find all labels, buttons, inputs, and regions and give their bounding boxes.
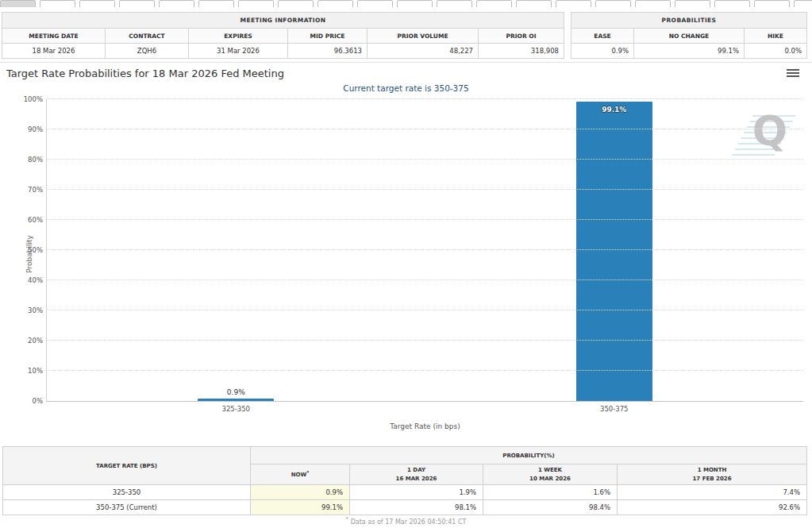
x-axis-title: Target Rate (in bps) [47, 422, 803, 430]
table-row: 325-350 0.9% 1.9% 1.6% 7.4% [3, 485, 807, 500]
meeting-tab-0[interactable] [0, 0, 36, 7]
top-tab-strip [0, 0, 812, 7]
contract-header: CONTRACT [106, 29, 189, 44]
y-axis-tick: 80% [3, 156, 43, 164]
prior-volume-header: PRIOR VOLUME [368, 29, 479, 44]
gridline-40% [47, 279, 803, 280]
target-rate-bps-header: TARGET RATE (BPS) [3, 447, 251, 485]
meeting-tab-16[interactable] [635, 0, 671, 7]
chart-subtitle: Current target rate is 350-375 [0, 83, 812, 93]
no-change-value: 99.1% [634, 44, 745, 59]
meeting-tab-19[interactable] [754, 0, 790, 7]
one-week-probability-cell: 1.6% [483, 485, 618, 500]
y-axis-tick: 30% [3, 306, 43, 314]
meeting-tab-6[interactable] [238, 0, 274, 7]
y-axis-tick: 50% [3, 246, 43, 254]
one-week-probability-cell: 98.4% [483, 500, 618, 515]
gridline-90% [47, 129, 803, 129]
prior-oi-value: 318,908 [479, 44, 564, 59]
prior-volume-value: 48,227 [368, 44, 479, 59]
meeting-information-table: MEETING INFORMATION MEETING DATE CONTRAC… [2, 12, 564, 59]
category-slot-350-375: 99.1% [425, 99, 804, 401]
meeting-tab-5[interactable] [198, 0, 234, 7]
y-axis-tick: 10% [3, 367, 43, 375]
fedwatch-chart: Target Rate Probabilities for 18 Mar 202… [0, 62, 812, 438]
expires-value: 31 Mar 2026 [189, 44, 288, 59]
meeting-tab-18[interactable] [714, 0, 750, 7]
now-probability-cell: 99.1% [251, 500, 350, 515]
gridline-30% [47, 310, 803, 310]
bar-350-375[interactable] [576, 102, 652, 401]
probabilities-summary-table: PROBABILITIES EASE NO CHANGE HIKE 0.9% 9… [571, 12, 807, 59]
x-tick-350-375: 350-375 [425, 405, 804, 413]
meeting-information-title: MEETING INFORMATION [2, 13, 564, 29]
hike-value: 0.0% [745, 44, 807, 59]
table-row: 350-375 (Current) 99.1% 98.1% 98.4% 92.6… [3, 500, 807, 515]
mid-price-header: MID PRICE [288, 29, 368, 44]
y-axis-title: Probability [25, 235, 33, 273]
one-month-probability-cell: 7.4% [618, 485, 807, 500]
chart-plot-area: Probability 0.9% 99.1% Q 325-350 350-375… [46, 99, 803, 402]
one-day-column-header: 1 DAY16 MAR 2026 [350, 464, 483, 485]
probability-pct-header: PROBABILITY(%) [251, 447, 807, 464]
ease-header: EASE [571, 29, 634, 44]
meeting-tab-11[interactable] [437, 0, 472, 7]
y-axis-tick: 0% [3, 397, 43, 405]
category-slot-325-350: 0.9% [47, 99, 425, 401]
target-rate-cell: 350-375 (Current) [3, 500, 251, 515]
probabilities-title: PROBABILITIES [571, 13, 807, 29]
meeting-date-value: 18 Mar 2026 [2, 44, 106, 59]
one-week-column-header: 1 WEEK10 MAR 2026 [483, 464, 618, 485]
meeting-tab-17[interactable] [675, 0, 710, 7]
meeting-tab-4[interactable] [159, 0, 194, 7]
prior-oi-header: PRIOR OI [479, 29, 564, 44]
x-tick-325-350: 325-350 [47, 405, 425, 413]
hike-header: HIKE [745, 29, 807, 44]
meeting-tab-3[interactable] [119, 0, 155, 7]
y-axis-tick: 20% [3, 337, 43, 345]
meeting-tab-13[interactable] [516, 0, 552, 7]
meeting-tab-2[interactable] [79, 0, 115, 7]
gridline-100% [47, 98, 803, 99]
probability-history-table: TARGET RATE (BPS) PROBABILITY(%) NOW* 1 … [2, 446, 807, 515]
chart-title: Target Rate Probabilities for 18 Mar 202… [6, 67, 284, 79]
expires-header: EXPIRES [189, 29, 288, 44]
bar-value-label: 0.9% [227, 388, 245, 396]
y-axis-tick: 90% [3, 125, 43, 133]
target-rate-cell: 325-350 [3, 485, 251, 500]
gridline-60% [47, 219, 803, 220]
mid-price-value: 96.3613 [288, 44, 368, 59]
one-day-probability-cell: 98.1% [350, 500, 483, 515]
meeting-date-header: MEETING DATE [2, 29, 106, 44]
meeting-tab-15[interactable] [595, 0, 631, 7]
meeting-tab-10[interactable] [397, 0, 433, 7]
meeting-tab-14[interactable] [556, 0, 591, 7]
data-as-of-footnote: * Data as of 17 Mar 2026 04:50:41 CT [0, 516, 812, 526]
y-axis-tick: 40% [3, 276, 43, 284]
one-day-probability-cell: 1.9% [350, 485, 483, 500]
meeting-tab-8[interactable] [317, 0, 353, 7]
ease-value: 0.9% [571, 44, 634, 59]
gridline-80% [47, 159, 803, 160]
meeting-tab-20[interactable] [794, 0, 812, 7]
meeting-tab-1[interactable] [40, 0, 75, 7]
now-column-header: NOW* [251, 464, 350, 485]
no-change-header: NO CHANGE [634, 29, 745, 44]
y-axis-tick: 70% [3, 186, 43, 194]
gridline-70% [47, 189, 803, 190]
contract-value: ZQH6 [106, 44, 189, 59]
gridline-20% [47, 340, 803, 341]
now-probability-cell: 0.9% [251, 485, 350, 500]
bar-value-label: 99.1% [602, 106, 626, 114]
chart-export-menu-icon[interactable] [787, 69, 799, 79]
y-axis-tick: 60% [3, 216, 43, 224]
meeting-tab-12[interactable] [476, 0, 512, 7]
one-month-column-header: 1 MONTH17 FEB 2026 [618, 464, 807, 485]
gridline-50% [47, 249, 803, 250]
one-month-probability-cell: 92.6% [618, 500, 807, 515]
meeting-tab-7[interactable] [278, 0, 314, 7]
gridline-10% [47, 370, 803, 371]
y-axis-tick: 100% [3, 95, 43, 103]
meeting-tab-9[interactable] [357, 0, 393, 7]
bar-325-350[interactable] [198, 399, 274, 401]
